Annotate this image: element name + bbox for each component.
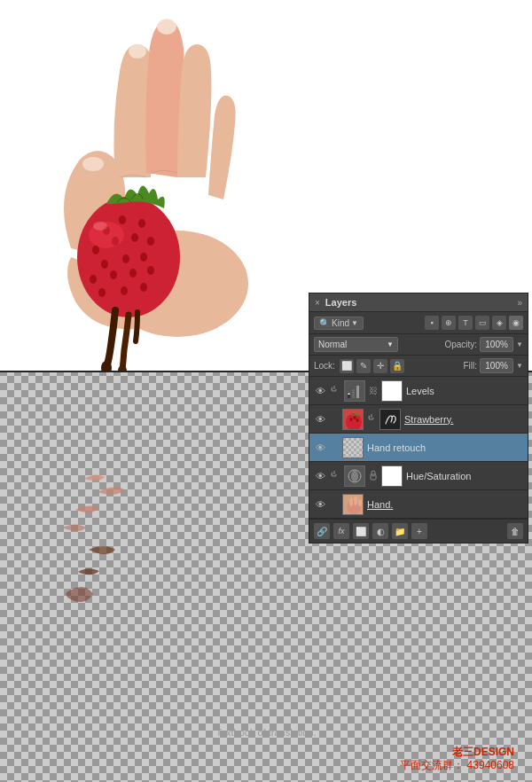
layer-link-hue — [330, 470, 340, 482]
svg-point-19 — [147, 266, 154, 275]
group-label: 平面交流群： — [400, 759, 464, 771]
link-layers-button[interactable]: 🔗 — [314, 523, 330, 539]
svg-point-21 — [121, 286, 128, 295]
layer-chain-strawberry — [367, 413, 376, 426]
smart-filter-icon[interactable]: ◈ — [492, 316, 506, 330]
svg-point-34 — [356, 418, 359, 422]
pixel-filter-icon[interactable]: ▪ — [425, 316, 439, 330]
kind-label: Kind — [332, 318, 349, 328]
svg-point-7 — [119, 215, 126, 224]
opacity-value[interactable]: 100% — [480, 337, 513, 352]
group-id: 43940608 — [467, 759, 514, 771]
adjustment-button[interactable]: ◐ — [372, 523, 388, 539]
filter-icons: ▪ ⊕ T ▭ ◈ ◉ — [425, 316, 523, 330]
svg-point-15 — [140, 253, 147, 262]
svg-point-2 — [82, 157, 104, 171]
layer-visibility-strawberry[interactable]: 👁 — [314, 413, 326, 426]
layer-thumb-hand — [342, 494, 364, 515]
layer-row-hand[interactable]: 👁 Hand. — [309, 490, 528, 519]
blend-mode-arrow: ▼ — [387, 340, 394, 348]
search-box[interactable]: 🔍 Kind ▼ — [314, 317, 364, 330]
blend-mode-value: Normal — [318, 340, 347, 349]
svg-point-4 — [157, 19, 176, 35]
svg-point-3 — [129, 44, 146, 59]
panel-header: × Layers » — [309, 293, 528, 312]
layer-visibility-hue-saturation[interactable]: 👁 — [314, 470, 326, 482]
lock-icons: ⬜ ✎ ✛ 🔒 — [340, 359, 404, 373]
layer-mask-strawberry — [379, 409, 401, 430]
lock-paint-icon[interactable]: ✎ — [356, 359, 371, 373]
kind-dropdown-arrow: ▼ — [351, 319, 358, 327]
shape-filter-icon[interactable]: ▭ — [475, 316, 489, 330]
layer-row-hand-retouch[interactable]: 👁 Hand retouch — [309, 434, 528, 462]
svg-point-33 — [354, 416, 356, 419]
filter-row: 🔍 Kind ▼ ▪ ⊕ T ▭ ◈ ◉ — [309, 312, 528, 334]
svg-point-22 — [140, 283, 147, 292]
lock-label: Lock: — [314, 361, 335, 371]
layer-thumb-levels — [344, 380, 365, 402]
new-layer-button[interactable]: + — [411, 523, 427, 539]
panel-title: Layers — [325, 297, 356, 308]
fill-label: Fill: — [464, 361, 478, 371]
layer-mask-hue-sat — [381, 465, 403, 487]
layer-row-levels[interactable]: 👁 ⛓ Levels — [309, 377, 528, 405]
svg-point-8 — [138, 219, 145, 228]
layer-visibility-hand-retouch[interactable]: 👁 — [314, 442, 326, 454]
opacity-label: Opacity: — [444, 340, 477, 349]
layer-row-hue-saturation[interactable]: 👁 Hue/Saturation — [309, 462, 528, 490]
svg-point-16 — [90, 275, 97, 284]
fx-button[interactable]: fx — [333, 523, 349, 539]
svg-point-17 — [110, 270, 117, 279]
svg-point-32 — [350, 418, 353, 421]
layer-visibility-levels[interactable]: 👁 — [314, 385, 326, 397]
layer-chain-hue — [369, 470, 378, 482]
toggle-filter-icon[interactable]: ◉ — [509, 316, 523, 330]
layer-name-levels: Levels — [406, 386, 523, 396]
svg-point-39 — [349, 497, 353, 506]
watermark-text: Textbook of translation. — [215, 727, 316, 738]
lock-row: Lock: ⬜ ✎ ✛ 🔒 Fill: 100% ▼ — [309, 356, 528, 377]
svg-point-12 — [147, 237, 154, 246]
group-button[interactable]: 📁 — [392, 523, 408, 539]
svg-rect-28 — [352, 389, 355, 398]
svg-point-18 — [129, 269, 137, 278]
delete-button[interactable]: 🗑 — [507, 523, 523, 539]
layer-thumb-strawberry — [342, 409, 364, 430]
lock-all-icon[interactable]: 🔒 — [390, 359, 404, 373]
layer-name-hand: Hand. — [367, 499, 523, 510]
watermark-group: 平面交流群： 43940608 — [400, 758, 514, 773]
search-icon: 🔍 — [319, 318, 330, 328]
blend-mode-select[interactable]: Normal ▼ — [314, 337, 398, 352]
blend-row: Normal ▼ Opacity: 100% ▼ — [309, 334, 528, 356]
svg-point-24 — [93, 222, 107, 231]
bottom-canvas — [0, 372, 310, 780]
layer-thumb-hue-sat — [344, 465, 365, 487]
layer-row-strawberry[interactable]: 👁 Strawberry. — [309, 405, 528, 434]
panel-expand-button[interactable]: » — [517, 298, 522, 308]
svg-rect-27 — [348, 395, 350, 398]
adjustment-filter-icon[interactable]: ⊕ — [442, 316, 456, 330]
lock-transparent-icon[interactable]: ⬜ — [340, 359, 354, 373]
canvas-image — [0, 0, 310, 372]
layer-chain-levels: ⛓ — [369, 386, 378, 395]
fill-value[interactable]: 100% — [480, 358, 513, 373]
layer-link-levels — [330, 385, 340, 397]
svg-point-40 — [354, 497, 357, 505]
layer-visibility-hand[interactable]: 👁 — [314, 498, 326, 511]
layer-mask-levels — [381, 380, 403, 402]
layer-name-hand-retouch: Hand retouch — [367, 442, 523, 453]
opacity-control: Opacity: 100% ▼ — [444, 337, 523, 352]
svg-rect-29 — [356, 386, 359, 398]
fill-control: Fill: 100% ▼ — [464, 358, 523, 373]
panel-footer: 🔗 fx ⬜ ◐ 📁 + 🗑 — [309, 519, 528, 543]
layer-thumb-hand-retouch — [342, 437, 364, 458]
svg-point-13 — [101, 260, 108, 269]
svg-rect-36 — [372, 471, 375, 476]
panel-close-button[interactable]: × — [315, 298, 320, 308]
lock-move-icon[interactable]: ✛ — [373, 359, 387, 373]
svg-marker-30 — [348, 393, 350, 395]
type-filter-icon[interactable]: T — [458, 316, 473, 330]
svg-point-9 — [92, 246, 99, 254]
mask-button[interactable]: ⬜ — [353, 523, 369, 539]
svg-point-11 — [131, 233, 138, 242]
